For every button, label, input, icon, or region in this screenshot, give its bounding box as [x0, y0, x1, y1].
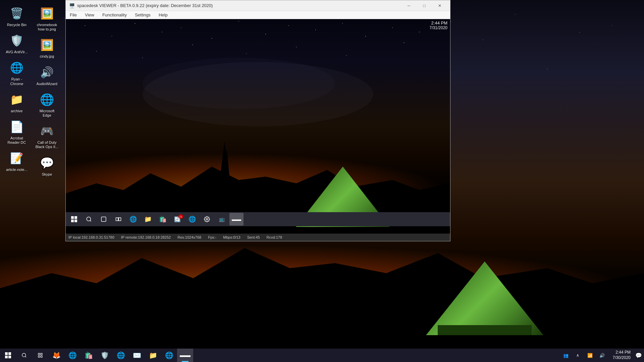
network-people-icon[interactable]: 👥: [560, 349, 571, 362]
desktop-icon-cindy[interactable]: 🖼️ cindy.jpg: [32, 35, 62, 61]
viewer-edge-btn[interactable]: 🌐: [126, 213, 140, 226]
audiowizard-icon: 🔊: [39, 64, 55, 80]
desktop-icon-skype[interactable]: 💬 Skype: [32, 153, 62, 179]
chromebook-label: chromebookhow to.png: [37, 23, 57, 32]
svg-point-5: [211, 38, 212, 39]
acrobat-label: AcrobatReader DC: [7, 136, 26, 145]
svg-point-9: [315, 29, 316, 30]
svg-point-3: [162, 32, 162, 32]
task-view-button[interactable]: [32, 349, 48, 362]
status-fps: Fps:-: [208, 235, 216, 239]
taskbar-explorer[interactable]: 📁: [145, 349, 161, 362]
viewer-store-btn[interactable]: 🛍️: [156, 213, 170, 226]
volume-icon[interactable]: 🔊: [597, 349, 607, 362]
notification-button[interactable]: 💬: [633, 349, 644, 362]
svg-point-21: [404, 42, 404, 43]
viewer-mcafee-btn[interactable]: 🔄 21: [170, 213, 184, 226]
system-taskbar: 🦊 🌐 🛍️ 🛡️ 🌐 ✉️ 📁 🌐 ▬▬ 👥 ∧ 📶 🔊 2:44 PM 7/…: [0, 349, 644, 362]
recycle-bin-label: Recycle Bin: [7, 23, 26, 27]
taskbar-ie[interactable]: 🌐: [113, 349, 129, 362]
window-menubar: File View Functionality Settings Help: [66, 11, 450, 19]
menu-file[interactable]: File: [66, 11, 81, 19]
menu-settings[interactable]: Settings: [131, 11, 155, 19]
taskbar-edge[interactable]: 🌐: [64, 349, 80, 362]
article-note-label: article-note...: [6, 168, 28, 172]
desktop-icon-ryan-chrome[interactable]: 🌐 Ryan -Chrome: [2, 58, 32, 88]
avg-label: AVG AntiVir...: [6, 50, 28, 54]
ms-edge-icon: 🌐: [39, 92, 55, 108]
svg-point-4: [181, 27, 181, 28]
svg-point-10: [342, 23, 343, 24]
svg-point-2: [135, 23, 135, 24]
ms-edge-label: MicrosoftEdge: [40, 109, 55, 118]
viewer-start-btn[interactable]: [67, 213, 81, 226]
viewer-date: 7/31/2020: [430, 25, 447, 30]
menu-view[interactable]: View: [81, 11, 98, 19]
minimize-button[interactable]: ─: [401, 0, 417, 11]
viewer-app2-btn[interactable]: ▬▬: [229, 213, 244, 226]
window-app-icon: 🖥️: [68, 2, 75, 9]
recycle-bin-icon: 🗑️: [9, 5, 25, 21]
svg-rect-43: [41, 356, 42, 357]
viewer-settings-btn[interactable]: [200, 213, 214, 226]
svg-rect-34: [5, 352, 8, 355]
taskbar-active-app[interactable]: ▬▬: [177, 349, 193, 362]
desktop-icon-archive[interactable]: 📁 archive: [2, 89, 32, 115]
viewer-search-btn[interactable]: [82, 213, 96, 226]
start-button[interactable]: [0, 349, 16, 362]
chevron-up-icon[interactable]: ∧: [573, 349, 583, 362]
taskbar-systray: 👥 ∧ 📶 🔊: [560, 349, 610, 362]
viewer-snap-btn[interactable]: [111, 213, 125, 226]
svg-rect-30: [101, 217, 106, 222]
viewer-files-btn[interactable]: 📁: [141, 213, 155, 226]
taskbar-malwarebytes[interactable]: 🛡️: [97, 349, 113, 362]
desktop-icon-acrobat[interactable]: 📄 AcrobatReader DC: [2, 117, 32, 147]
svg-point-11: [365, 36, 366, 37]
svg-point-19: [296, 47, 297, 47]
desktop-icon-article-note[interactable]: 📝 article-note...: [2, 148, 32, 174]
svg-point-33: [206, 219, 208, 220]
taskbar-mail[interactable]: ✉️: [129, 349, 145, 362]
taskbar-firefox[interactable]: 🦊: [48, 349, 64, 362]
svg-rect-25: [74, 216, 77, 219]
taskbar-store[interactable]: 🛍️: [80, 349, 97, 362]
taskbar-time: 2:44 PM: [615, 350, 631, 355]
taskbar-search-button[interactable]: [16, 349, 32, 362]
desktop-icon-avg[interactable]: 🛡️ AVG AntiVir...: [2, 31, 32, 56]
window-controls: ─ □ ✕: [401, 0, 447, 11]
svg-rect-27: [74, 220, 77, 222]
desktop-icon-chromebook[interactable]: 🖼️ chromebookhow to.png: [32, 3, 62, 34]
svg-rect-41: [41, 353, 42, 355]
taskbar-clock[interactable]: 2:44 PM 7/30/2020: [610, 350, 633, 360]
cindy-icon: 🖼️: [39, 37, 55, 53]
skype-icon: 💬: [39, 155, 55, 171]
close-button[interactable]: ✕: [432, 0, 447, 11]
menu-functionality[interactable]: Functionality: [98, 11, 131, 19]
skype-label: Skype: [42, 172, 52, 177]
taskbar-chrome[interactable]: 🌐: [161, 349, 177, 362]
desktop-icon-ms-edge[interactable]: 🌐 MicrosoftEdge: [32, 89, 62, 120]
svg-rect-31: [116, 218, 118, 221]
viewer-app1-btn[interactable]: 📺: [215, 213, 229, 226]
archive-icon: 📁: [9, 92, 25, 108]
viewer-chrome-btn[interactable]: 🌐: [185, 213, 199, 226]
menu-help[interactable]: Help: [155, 11, 172, 19]
svg-point-38: [22, 353, 26, 357]
viewer-actioncenter-btn[interactable]: [97, 213, 111, 226]
viewer-taskbar: 🌐 📁 🛍️ 🔄 21 🌐 📺 ▬▬: [66, 212, 450, 226]
desktop-icon-recycle-bin[interactable]: 🗑️ Recycle Bin: [2, 3, 32, 29]
desktop-icon-cod[interactable]: 🎮 Call of DutyBlack Ops II...: [32, 121, 62, 151]
svg-rect-36: [5, 356, 8, 358]
svg-point-15: [96, 51, 97, 52]
status-sent: Sent:45: [247, 235, 260, 239]
mcafee-badge: 21: [178, 214, 183, 219]
svg-point-0: [85, 25, 85, 26]
cod-label: Call of DutyBlack Ops II...: [36, 140, 58, 149]
svg-rect-24: [71, 216, 74, 219]
maximize-button[interactable]: □: [417, 0, 432, 11]
desktop-icons-col2: 🖼️ chromebookhow to.png 🖼️ cindy.jpg 🔊 A…: [30, 0, 64, 182]
wifi-icon[interactable]: 📶: [585, 349, 595, 362]
svg-point-8: [288, 25, 289, 26]
viewer-background: 2:44 PM 7/31/2020: [66, 19, 450, 234]
desktop-icon-audiowizard[interactable]: 🔊 AudioWizard: [32, 62, 62, 88]
